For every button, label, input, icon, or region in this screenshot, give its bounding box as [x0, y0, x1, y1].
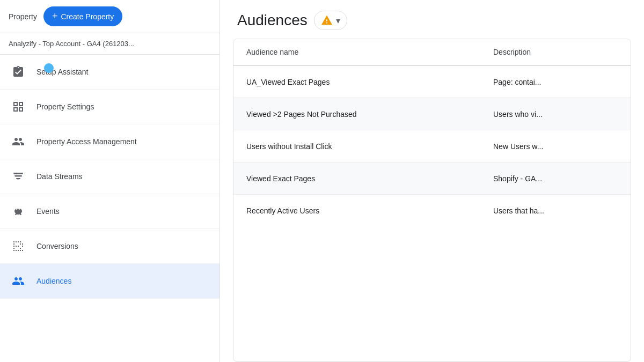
property-access-management-label: Property Access Management [36, 137, 137, 146]
description-cell: Users who vi... [493, 101, 618, 127]
audiences-icon [9, 271, 28, 291]
table-row[interactable]: Viewed Exact Pages Shopify - GA... [233, 162, 631, 195]
sidebar-item-property-settings[interactable]: Property Settings [0, 90, 219, 124]
sidebar-nav: Setup Assistant Property Settings [0, 55, 219, 299]
audience-name-column-header: Audience name [246, 39, 493, 65]
setup-assistant-badge [44, 63, 54, 73]
sidebar-item-audiences[interactable]: Audiences [0, 264, 219, 299]
audience-name-cell: Recently Active Users [246, 198, 493, 224]
description-cell: Page: contai... [493, 69, 618, 95]
sidebar-item-conversions[interactable]: Conversions [0, 229, 219, 264]
clipboard-check-icon [9, 62, 28, 82]
audiences-table-container: Audience name Description UA_Viewed Exac… [233, 39, 631, 362]
people-icon [9, 132, 28, 151]
property-settings-label: Property Settings [36, 102, 94, 111]
description-cell: Users that ha... [493, 198, 618, 224]
table-row[interactable]: Recently Active Users Users that ha... [233, 195, 631, 227]
events-label: Events [36, 207, 60, 216]
sidebar: Property + Create Property Analyzify - T… [0, 0, 220, 362]
property-label: Property [9, 12, 37, 21]
dropdown-arrow-icon: ▾ [336, 16, 340, 26]
sidebar-item-property-access-management[interactable]: Property Access Management [0, 124, 219, 159]
audiences-label: Audiences [36, 277, 71, 285]
sidebar-header: Property + Create Property [0, 0, 219, 33]
svg-rect-0 [13, 173, 23, 174]
description-cell: New Users w... [493, 134, 618, 159]
sidebar-item-events[interactable]: Events [0, 194, 219, 229]
conversions-label: Conversions [36, 242, 78, 250]
create-property-label: Create Property [61, 12, 114, 21]
main-header: Audiences ▾ [220, 0, 644, 39]
page-title: Audiences [237, 12, 308, 29]
warning-button[interactable]: ▾ [314, 11, 347, 30]
plus-icon: + [52, 11, 58, 22]
table-row[interactable]: UA_Viewed Exact Pages Page: contai... [233, 66, 631, 98]
sidebar-item-setup-assistant[interactable]: Setup Assistant [0, 55, 219, 90]
warning-triangle-icon [321, 14, 333, 26]
svg-rect-1 [14, 175, 22, 176]
account-selector[interactable]: Analyzify - Top Account - GA4 (261203... [0, 33, 219, 55]
create-property-button[interactable]: + Create Property [43, 6, 122, 26]
description-column-header: Description [493, 39, 618, 65]
audience-name-cell: Viewed >2 Pages Not Purchased [246, 101, 493, 127]
svg-rect-2 [16, 178, 20, 179]
description-cell: Shopify - GA... [493, 166, 618, 191]
main-content: Audiences ▾ Audience name Description UA… [220, 0, 644, 362]
conversions-icon [9, 237, 28, 256]
events-icon [9, 202, 28, 221]
data-streams-label: Data Streams [36, 172, 83, 181]
sidebar-item-data-streams[interactable]: Data Streams [0, 159, 219, 194]
table-header-row: Audience name Description [233, 39, 631, 66]
audience-name-cell: Viewed Exact Pages [246, 166, 493, 191]
app-container: Property + Create Property Analyzify - T… [0, 0, 644, 362]
table-row[interactable]: Viewed >2 Pages Not Purchased Users who … [233, 98, 631, 130]
audiences-table: Audience name Description UA_Viewed Exac… [233, 39, 631, 227]
property-settings-icon [9, 97, 28, 116]
account-name: Analyzify - Top Account - GA4 (261203... [9, 40, 134, 48]
audience-name-cell: Users without Install Click [246, 134, 493, 159]
table-row[interactable]: Users without Install Click New Users w.… [233, 130, 631, 162]
audience-name-cell: UA_Viewed Exact Pages [246, 69, 493, 95]
data-streams-icon [9, 167, 28, 186]
